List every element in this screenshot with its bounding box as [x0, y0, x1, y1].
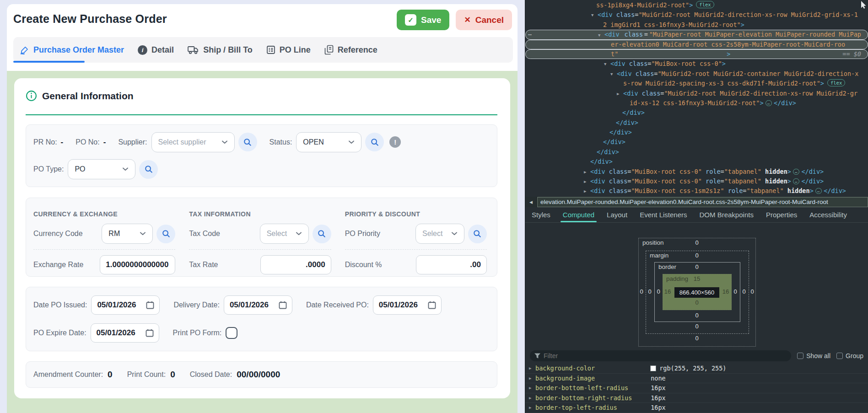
property-row-background-color[interactable]: ▶ background-color rgb(255, 255, 255)	[525, 364, 868, 374]
tree-line[interactable]: </div>	[525, 137, 868, 147]
border-bottom-value[interactable]: 0	[695, 312, 698, 319]
tab-dom-breakpoints[interactable]: DOM Breakpoints	[700, 207, 754, 222]
tree-line[interactable]: id-xs-12 css-16fnxy3-MuiGrid2-root">…</d…	[525, 98, 868, 108]
breadcrumb[interactable]: elevation.MuiPaper-rounded.MuiPaper-elev…	[537, 197, 868, 207]
tree-line[interactable]: ⋯▼<div class="MuiPaper-root MuiPaper-ele…	[525, 30, 868, 39]
tab-ship-bill-to[interactable]: Ship / Bill To	[188, 45, 253, 55]
collapse-arrow-icon[interactable]: ▼	[598, 31, 600, 40]
tab-styles[interactable]: Styles	[532, 207, 550, 222]
property-row-background-image[interactable]: ▶ background-image none	[525, 374, 868, 384]
tax-code-select[interactable]: Select	[260, 224, 309, 244]
cancel-button[interactable]: ✕ Cancel	[456, 10, 512, 30]
padding-bottom-value[interactable]: 0	[695, 299, 698, 306]
status-select[interactable]: OPEN	[296, 132, 361, 152]
tree-line[interactable]: ▼<div class="MuiGrid2-root MuiGrid2-dire…	[525, 10, 868, 20]
margin-left-value[interactable]: 0	[648, 288, 651, 295]
tree-line[interactable]: </div>	[525, 147, 868, 157]
po-priority-search-button[interactable]	[468, 225, 487, 243]
tax-code-search-button[interactable]	[313, 225, 331, 243]
content-box[interactable]: 866.400×560	[674, 287, 719, 298]
border-left-value[interactable]: 0	[657, 288, 660, 295]
border-right-value[interactable]: 0	[733, 288, 737, 295]
tree-line[interactable]: </div>	[525, 118, 868, 128]
po-expire-date-input[interactable]: 05/01/2026	[91, 323, 159, 343]
expand-arrow-icon[interactable]: ▶	[617, 89, 619, 99]
padding-right-value[interactable]: 16	[722, 288, 729, 295]
checkbox-icon[interactable]	[797, 353, 803, 359]
disclosure-triangle-icon[interactable]: ▶	[529, 383, 531, 393]
tab-purchase-order-master[interactable]: Purchase Order Master	[20, 45, 124, 55]
tree-line[interactable]: 2 imgGird1 css-16fnxy3-MuiGrid2-root">	[525, 20, 868, 30]
tree-line[interactable]: </div>	[525, 108, 868, 118]
disclosure-triangle-icon[interactable]: ▶	[529, 393, 531, 403]
tree-line[interactable]: ▶<div class="MuiBox-root css-0" role="ta…	[525, 167, 868, 177]
supplier-search-button[interactable]	[238, 133, 257, 151]
tree-line[interactable]: ▶<div class="MuiBox-root css-1sm2s1z" ro…	[525, 186, 868, 196]
expand-more-icon[interactable]: …	[815, 188, 822, 194]
position-left-value[interactable]: 0	[640, 288, 643, 295]
tree-line[interactable]: er-elevation0 MuiCard-root css-2s58ym-Mu…	[525, 40, 868, 49]
expand-arrow-icon[interactable]: ▶	[584, 187, 586, 196]
tab-computed[interactable]: Computed	[563, 207, 594, 222]
tax-rate-input[interactable]: .0000	[260, 255, 331, 274]
tree-line[interactable]: ▼<div class="MuiGrid2-root MuiGrid2-cont…	[525, 69, 868, 79]
currency-code-select[interactable]: RM	[102, 224, 153, 244]
checkbox-icon[interactable]	[836, 353, 843, 359]
position-right-value[interactable]: 0	[750, 288, 754, 295]
expand-more-icon[interactable]: …	[793, 169, 799, 175]
status-search-button[interactable]	[365, 133, 384, 151]
tab-po-line[interactable]: PO Line	[266, 45, 311, 55]
tree-line[interactable]: ▼<div class="MuiBox-root css-0">	[525, 59, 868, 69]
position-bottom-value[interactable]: 0	[695, 335, 698, 342]
po-priority-select[interactable]: Select	[415, 224, 464, 244]
collapse-arrow-icon[interactable]: ▼	[591, 11, 593, 20]
group-checkbox[interactable]: Group	[836, 352, 863, 359]
tree-line[interactable]: ▶<div class="MuiBox-root css-0" role="ta…	[525, 177, 868, 186]
tree-line[interactable]: s-row MuiGrid2-spacing-xs-3 css-dkd71f-M…	[525, 79, 868, 88]
tree-line[interactable]: t"> == $0	[525, 49, 868, 59]
expand-arrow-icon[interactable]: ▶	[584, 167, 586, 177]
supplier-select[interactable]: Select supplier	[151, 132, 235, 152]
show-all-checkbox[interactable]: Show all	[797, 352, 830, 359]
border-top-value[interactable]: 0	[695, 263, 698, 270]
tree-line[interactable]: ▶<div class="MuiGrid2-root MuiGrid2-dire…	[525, 89, 868, 98]
tab-reference[interactable]: Reference	[324, 45, 377, 55]
margin-bottom-value[interactable]: 0	[695, 323, 698, 330]
save-button[interactable]: ✓ Save	[397, 10, 449, 30]
disclosure-triangle-icon[interactable]: ▶	[529, 403, 531, 413]
property-row-border-bottom-right-radius[interactable]: ▶ border-bottom-right-radius 16px	[525, 393, 868, 403]
print-po-form-checkbox[interactable]	[226, 327, 237, 339]
expand-more-icon[interactable]: …	[766, 100, 772, 106]
padding-top-value[interactable]: 15	[694, 275, 700, 282]
property-row-border-top-left-radius[interactable]: ▶ border-top-left-radius 16px	[525, 403, 868, 413]
tab-properties[interactable]: Properties	[766, 207, 797, 222]
collapse-arrow-icon[interactable]: ▼	[604, 59, 606, 69]
margin-right-value[interactable]: 0	[742, 288, 745, 295]
disclosure-triangle-icon[interactable]: ▶	[529, 374, 531, 384]
position-top-value[interactable]: 0	[695, 239, 698, 246]
po-type-search-button[interactable]	[139, 160, 158, 179]
date-po-issued-input[interactable]: 05/01/2026	[91, 295, 160, 315]
tab-event-listeners[interactable]: Event Listeners	[640, 207, 687, 222]
tab-layout[interactable]: Layout	[607, 207, 627, 222]
padding-left-value[interactable]: 16	[664, 288, 671, 295]
status-warning-icon[interactable]: !	[389, 136, 401, 148]
selected-row-more-icon[interactable]: ⋯	[528, 30, 532, 39]
color-swatch[interactable]	[651, 366, 656, 371]
disclosure-triangle-icon[interactable]: ▶	[529, 364, 531, 374]
date-received-po-input[interactable]: 05/01/2026	[373, 295, 442, 315]
tree-line[interactable]: </div>	[525, 157, 868, 166]
tab-detail[interactable]: i Detail	[138, 45, 174, 55]
discount-input[interactable]: .00	[416, 255, 487, 274]
property-row-border-bottom-left-radius[interactable]: ▶ border-bottom-left-radius 16px	[525, 383, 868, 393]
exchange-rate-input[interactable]: 1.0000000000000	[100, 255, 175, 274]
tree-line[interactable]: ss-1pi8xg4-MuiGrid2-root">flex	[525, 0, 868, 10]
currency-search-button[interactable]	[156, 225, 175, 243]
tab-accessibility[interactable]: Accessibility	[809, 207, 847, 222]
collapse-arrow-icon[interactable]: ▼	[610, 70, 613, 79]
expand-arrow-icon[interactable]: ▶	[584, 177, 586, 187]
margin-top-value[interactable]: 0	[695, 252, 698, 259]
tree-line[interactable]: </div>	[525, 128, 868, 137]
po-type-select[interactable]: PO	[68, 159, 135, 179]
expand-more-icon[interactable]: …	[793, 178, 799, 184]
